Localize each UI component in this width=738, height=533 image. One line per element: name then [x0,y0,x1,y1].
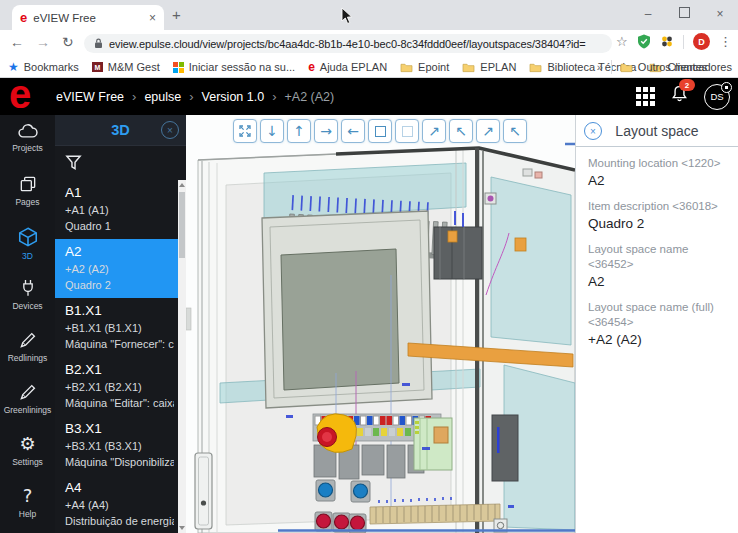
hmi-panel [262,211,432,408]
chevron-right-icon: › [132,89,136,104]
honeycomb-extension-icon[interactable] [660,35,674,49]
3d-viewport[interactable]: ↓ ↑ → ← ↗ ↖ ↗ ↖ [186,115,575,533]
avatar-badge-icon [721,82,732,93]
sidebar-item-help[interactable]: ? Help [0,486,55,528]
notification-count-badge: 2 [679,79,695,91]
mouse-cursor [341,7,353,25]
eplan-logo: e [9,72,31,117]
cabinet-3d-scene[interactable] [186,115,575,533]
list-item-b3x1[interactable]: B3.X1 +B3.X1 (B3.X1) Máquina "Disponibil… [55,416,178,475]
browser-profile-avatar[interactable]: D [693,33,710,50]
sidebar-item-3d[interactable]: 3D [0,226,55,268]
marker-icon [18,330,38,350]
scroll-down-icon[interactable] [179,526,185,530]
list-item-b1x1[interactable]: B1.X1 +B1.X1 (B1.X1) Máquina "Fornecer":… [55,298,178,357]
bookmark-item[interactable]: M M&M Gest [92,61,160,73]
list-item-b2x1[interactable]: B2.X1 +B2.X1 (B2.X1) Máquina "Editar": c… [55,357,178,416]
reload-button[interactable]: ↻ [62,34,74,50]
breadcrumb-eview-free[interactable]: eVIEW Free [56,90,124,104]
url-bar[interactable]: eview.epulse.cloud/view/projects/bc4aa4d… [84,34,612,53]
list-item-a4[interactable]: A4 +A4 (A4) Distribuição de energia [55,475,178,533]
rotate-nw-button[interactable]: ↖ [449,119,473,143]
rotate-ne-button[interactable]: ↗ [422,119,446,143]
bookmarks-right-group: » Outros marcadores [597,60,732,74]
bookmarks-bar: ★ Bookmarks M M&M Gest Iniciar sessão na… [0,57,738,77]
tab-close-icon[interactable]: × [149,11,156,25]
panel-title: Layout space [615,123,698,139]
chevron-right-icon: › [189,89,193,104]
pages-icon [18,174,38,194]
panel-close-icon[interactable]: × [584,122,602,140]
chevron-right-icon: › [272,89,276,104]
maximize-button[interactable] [666,7,702,21]
back-button[interactable]: ← [10,34,24,50]
user-avatar[interactable]: DS [704,84,730,110]
pan-down-button[interactable]: ↓ [260,119,284,143]
cloud-icon [17,122,39,140]
breadcrumb-layout-space[interactable]: +A2 (A2) [285,90,335,104]
bookmarks-overflow-button[interactable]: » [597,61,603,73]
app-header: e eVIEW Free › epulse › Version 1.0 › +A… [0,78,738,115]
fit-view-button[interactable] [233,119,257,143]
shield-extension-icon[interactable] [637,34,651,49]
property-layout-space-name-full: Layout space name (full) <36454> +A2 (A2… [588,300,726,349]
pan-right-button[interactable]: → [314,119,338,143]
marker-icon [18,382,38,402]
list-scrollbar[interactable] [178,180,186,533]
folder-icon [529,62,542,73]
mm-favicon: M [92,62,103,72]
sidebar-item-pages[interactable]: Pages [0,174,55,216]
breadcrumb: eVIEW Free › epulse › Version 1.0 › +A2 … [56,78,334,115]
bookmark-star-icon[interactable]: ☆ [616,34,628,49]
bookmark-item[interactable]: e Ajuda EPLAN [308,60,387,74]
properties-list: Mounting location <1220> A2 Item descrip… [576,147,738,367]
3d-panel-close-icon[interactable]: × [161,121,179,139]
sidebar-item-settings[interactable]: ⚙ Settings [0,434,55,476]
folder-icon [462,62,475,73]
apps-grid-icon[interactable] [636,87,655,106]
close-window-button[interactable]: × [702,7,738,21]
other-bookmarks-button[interactable]: Outros marcadores [620,61,732,73]
sidebar-item-projects[interactable]: Projects [0,122,55,164]
plug-icon [18,278,38,298]
sidebar-item-greenlinings[interactable]: Greenlinings [0,382,55,424]
notifications-bell-icon[interactable]: 2 [670,84,689,109]
plc-module [414,418,452,470]
breadcrumb-version[interactable]: Version 1.0 [202,90,265,104]
bookmark-item[interactable]: Epoint [400,61,449,73]
question-icon: ? [23,486,33,506]
scroll-up-icon[interactable] [179,183,185,187]
bookmark-item[interactable]: EPLAN [462,61,516,73]
minimize-button[interactable]: – [630,7,666,21]
view-plane-alt-button[interactable] [395,119,419,143]
folder-icon [400,62,413,73]
tab-title: eVIEW Free [33,12,149,24]
pan-left-button[interactable]: ← [341,119,365,143]
list-item-a2-selected[interactable]: A2 +A2 (A2) Quadro 2 [55,239,178,298]
layout-space-panel: × Layout space Mounting location <1220> … [575,115,738,533]
3d-panel-title: 3D [111,122,130,138]
browser-tab-strip: e eVIEW Free × + – × [0,0,738,30]
pan-up-button[interactable]: ↑ [287,119,311,143]
bookmark-item[interactable]: Iniciar sessão na su... [173,61,295,73]
property-mounting-location: Mounting location <1220> A2 [588,156,726,190]
rotate-sw-button[interactable]: ↖ [503,119,527,143]
new-tab-button[interactable]: + [172,6,181,23]
cube-icon [17,226,39,248]
sidebar: Projects Pages 3D Devices [0,115,55,533]
emergency-stop-button [317,414,357,453]
view-plane-button[interactable] [368,119,392,143]
browser-menu-icon[interactable]: ⋮ [719,34,732,49]
browser-tab[interactable]: e eVIEW Free × [12,5,164,30]
microsoft-icon [173,62,184,73]
sidebar-item-redlinings[interactable]: Redlinings [0,330,55,372]
breadcrumb-epulse[interactable]: epulse [144,90,181,104]
url-text: eview.epulse.cloud/view/projects/bc4aa4d… [109,38,586,50]
sidebar-item-devices[interactable]: Devices [0,278,55,320]
forward-button[interactable]: → [36,34,50,50]
scroll-thumb[interactable] [179,192,185,258]
rotate-se-button[interactable]: ↗ [476,119,500,143]
filter-icon[interactable] [64,153,83,176]
square-icon [402,126,413,137]
list-item-a1[interactable]: A1 +A1 (A1) Quadro 1 [55,180,178,239]
